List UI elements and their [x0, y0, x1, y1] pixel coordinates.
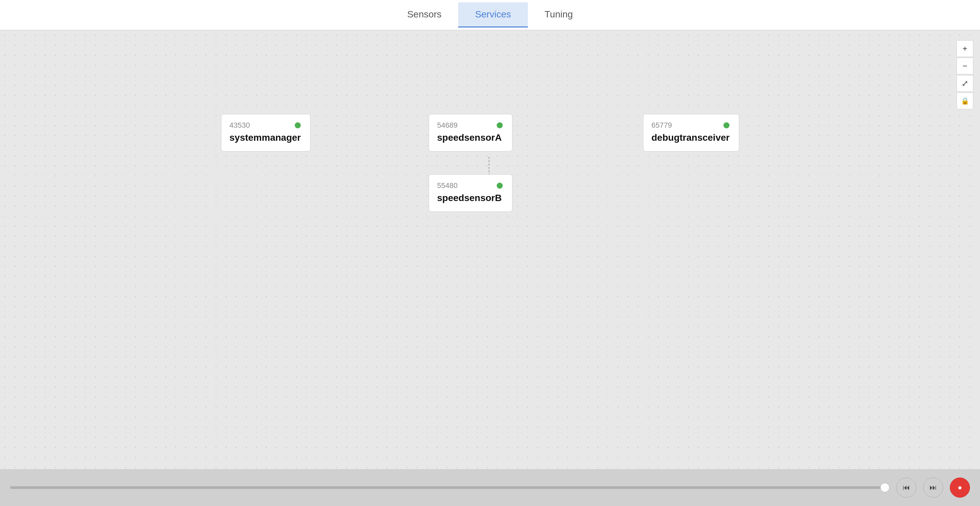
node-port: 55480 — [437, 181, 458, 190]
node-systemmanager[interactable]: 43530 systemmanager — [221, 114, 310, 152]
bottom-bar: ⏮ ⏭ ● — [0, 469, 980, 506]
connector-arrow — [0, 30, 970, 469]
record-button[interactable]: ● — [950, 477, 970, 498]
tab-bar: Sensors Services Tuning — [0, 0, 980, 30]
zoom-in-button[interactable]: + — [956, 40, 973, 57]
node-header: 65779 — [651, 121, 729, 130]
node-name: speedsensorA — [437, 132, 503, 143]
scrubber-track[interactable] — [10, 486, 889, 489]
graph-canvas: 43530 systemmanager 54689 speedsensorA 5… — [0, 30, 970, 469]
fit-button[interactable]: ⤢ — [956, 75, 973, 92]
status-indicator — [497, 122, 503, 128]
tab-services[interactable]: Services — [458, 2, 528, 27]
node-port: 43530 — [229, 121, 250, 130]
status-indicator — [295, 122, 301, 128]
node-port: 54689 — [437, 121, 458, 130]
status-indicator — [497, 183, 503, 189]
tab-tuning[interactable]: Tuning — [528, 2, 590, 27]
next-button[interactable]: ⏭ — [923, 477, 943, 498]
node-name: debugtransceiver — [651, 132, 729, 143]
node-name: speedsensorB — [437, 193, 503, 203]
node-debugtransceiver[interactable]: 65779 debugtransceiver — [643, 114, 739, 152]
node-speedsensorA[interactable]: 54689 speedsensorA — [429, 114, 512, 152]
zoom-out-button[interactable]: − — [956, 57, 973, 74]
tab-sensors[interactable]: Sensors — [391, 2, 458, 27]
prev-button[interactable]: ⏮ — [896, 477, 916, 498]
status-indicator — [724, 122, 729, 128]
node-header: 54689 — [437, 121, 503, 130]
lock-button[interactable]: 🔒 — [956, 93, 973, 109]
scrubber-thumb[interactable] — [880, 483, 889, 492]
node-name: systemmanager — [229, 132, 301, 143]
zoom-controls: + − ⤢ 🔒 — [956, 40, 973, 109]
node-header: 43530 — [229, 121, 301, 130]
node-header: 55480 — [437, 181, 503, 190]
node-speedsensorB[interactable]: 55480 speedsensorB — [429, 174, 512, 212]
node-port: 65779 — [651, 121, 672, 130]
